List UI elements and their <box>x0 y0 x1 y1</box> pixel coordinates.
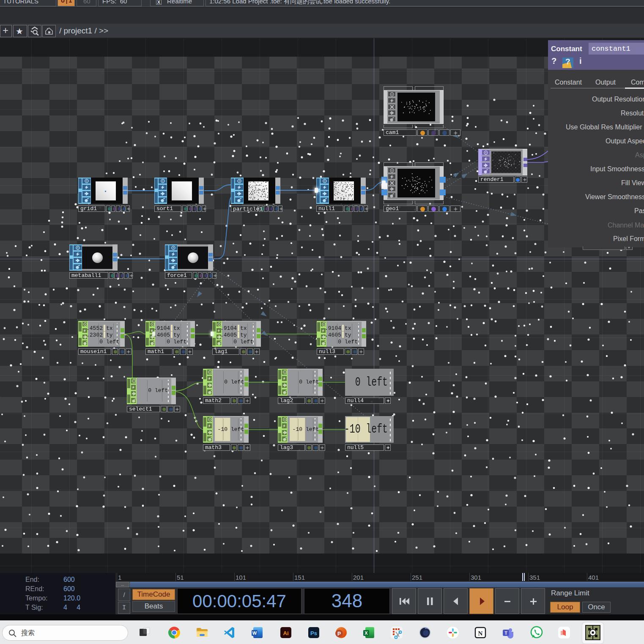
svg-text:Ps: Ps <box>310 630 317 636</box>
svg-text:Ai: Ai <box>283 630 289 636</box>
svg-text:T: T <box>504 631 507 636</box>
svg-text:P: P <box>337 631 341 637</box>
svg-text:X: X <box>364 630 368 636</box>
svg-text:W: W <box>252 630 257 636</box>
svg-text:N: N <box>478 630 483 637</box>
